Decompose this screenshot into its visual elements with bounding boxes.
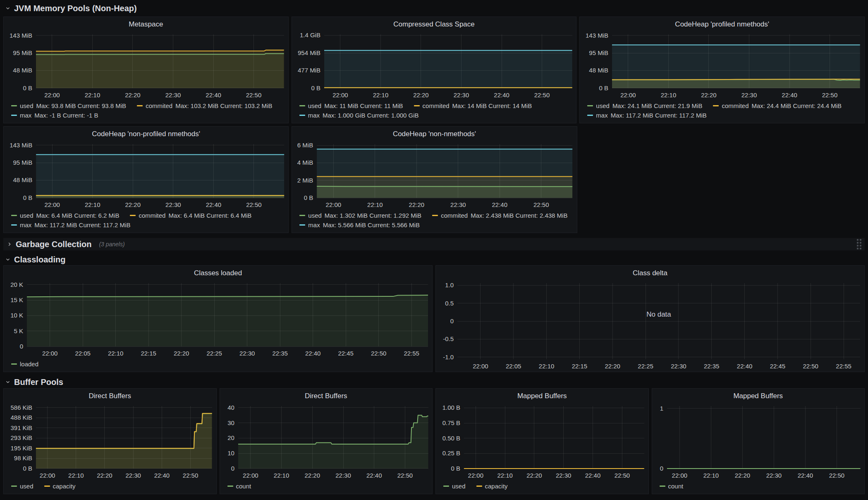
chart-metaspace[interactable]: 0 B48 MiB95 MiB143 MiB22:0022:1022:2022:… bbox=[4, 31, 288, 101]
svg-text:0.50 B: 0.50 B bbox=[442, 435, 460, 442]
panel-title[interactable]: CodeHeap 'profiled nmethods' bbox=[580, 17, 864, 31]
legend-series-stats: Max: 14 MiB Current: 14 MiB bbox=[452, 101, 532, 110]
panel-classes-loaded: Classes loaded 05 K10 K15 K20 K22:0022:0… bbox=[3, 265, 433, 372]
chart-classes-loaded[interactable]: 05 K10 K15 K20 K22:0022:0522:1022:1522:2… bbox=[4, 280, 432, 359]
legend-series-name: loaded bbox=[20, 360, 38, 368]
legend-item-loaded[interactable]: loaded bbox=[11, 360, 38, 368]
legend-item-used[interactable]: usedMax: 1.302 MiB Current: 1.292 MiB bbox=[299, 211, 421, 220]
svg-text:22:00: 22:00 bbox=[44, 91, 60, 99]
legend-series-name: count bbox=[236, 482, 251, 490]
legend-item-capacity[interactable]: capacity bbox=[476, 482, 508, 490]
panel-class-delta: Class delta -1.0-0.500.51.022:0022:0522:… bbox=[435, 265, 865, 372]
legend-series-swatch bbox=[443, 486, 449, 487]
svg-text:22:00: 22:00 bbox=[621, 91, 636, 99]
svg-text:22:35: 22:35 bbox=[272, 350, 288, 357]
chart-mapped-buffers-count[interactable]: 0122:0022:1022:2022:3022:4022:50 bbox=[652, 403, 865, 481]
legend-item-commited[interactable]: commitedMax: 6.4 MiB Current: 6.4 MiB bbox=[130, 211, 251, 220]
panel-row-buffer-pools: Direct Buffers 0 B98 KiB195 KiB293 KiB39… bbox=[3, 388, 865, 494]
legend-series-stats: Max: 1.302 MiB Current: 1.292 MiB bbox=[325, 211, 421, 220]
svg-text:22:25: 22:25 bbox=[638, 363, 653, 370]
panel-title[interactable]: Compressed Class Space bbox=[292, 17, 576, 31]
svg-text:22:50: 22:50 bbox=[803, 363, 818, 370]
panel-title[interactable]: Direct Buffers bbox=[220, 389, 433, 403]
panel-title[interactable]: CodeHeap 'non-profiled nmethods' bbox=[4, 127, 288, 141]
section-header-garbage-collection[interactable]: Garbage Collection (3 panels) bbox=[3, 238, 865, 250]
chart-class-delta[interactable]: -1.0-0.500.51.022:0022:0522:1022:1522:20… bbox=[436, 280, 864, 372]
svg-text:1.0: 1.0 bbox=[445, 281, 454, 288]
svg-text:2 MiB: 2 MiB bbox=[297, 177, 313, 184]
legend-series-stats: Max: -1 B Current: -1 B bbox=[34, 111, 98, 120]
chart-direct-buffers-bytes[interactable]: 0 B98 KiB195 KiB293 KiB391 KiB488 KiB586… bbox=[4, 403, 216, 481]
panel-title[interactable]: Class delta bbox=[436, 266, 864, 280]
section-title: Classloading bbox=[14, 255, 65, 264]
legend-item-used[interactable]: usedMax: 93.8 MiB Current: 93.8 MiB bbox=[11, 101, 126, 110]
legend-item-max[interactable]: maxMax: 5.566 MiB Current: 5.566 MiB bbox=[299, 221, 420, 229]
svg-text:0: 0 bbox=[20, 343, 23, 350]
legend: usedMax: 1.302 MiB Current: 1.292 MiBcom… bbox=[292, 210, 576, 233]
panel-row-jvm-1: Metaspace 0 B48 MiB95 MiB143 MiB22:0022:… bbox=[3, 17, 865, 123]
legend-item-max[interactable]: maxMax: 117.2 MiB Current: 117.2 MiB bbox=[11, 221, 130, 229]
section-header-jvm-memory-pools[interactable]: JVM Memory Pools (Non-Heap) bbox=[3, 0, 865, 17]
legend-item-capacity[interactable]: capacity bbox=[44, 482, 76, 490]
chart-mapped-buffers-bytes[interactable]: 0 B0.25 B0.50 B0.75 B1.00 B22:0022:1022:… bbox=[436, 403, 648, 481]
panel-row-jvm-2: CodeHeap 'non-profiled nmethods' 0 B48 M… bbox=[3, 126, 865, 233]
svg-text:0 B: 0 B bbox=[23, 194, 33, 201]
legend-series-name: used bbox=[596, 101, 610, 110]
svg-text:22:50: 22:50 bbox=[829, 472, 844, 479]
panel-title[interactable]: Mapped Buffers bbox=[652, 389, 865, 403]
svg-text:22:05: 22:05 bbox=[75, 350, 91, 357]
legend-series-swatch bbox=[299, 115, 305, 116]
panel-title[interactable]: CodeHeap 'non-nmethods' bbox=[292, 127, 576, 141]
svg-text:22:20: 22:20 bbox=[125, 201, 141, 208]
legend: usedMax: 93.8 MiB Current: 93.8 MiBcommi… bbox=[4, 101, 288, 123]
legend-series-name: count bbox=[668, 482, 684, 490]
svg-text:22:50: 22:50 bbox=[246, 91, 262, 99]
legend-item-used[interactable]: used bbox=[11, 482, 33, 490]
legend-item-commited[interactable]: commitedMax: 103.2 MiB Current: 103.2 Mi… bbox=[137, 101, 272, 110]
legend-series-name: commited bbox=[441, 211, 468, 220]
svg-text:1: 1 bbox=[660, 405, 663, 412]
legend-series-swatch bbox=[11, 486, 17, 487]
chart-codeheap-non-nmethods[interactable]: 0 B2 MiB4 MiB6 MiB22:0022:1022:2022:3022… bbox=[292, 141, 576, 210]
chart-direct-buffers-count[interactable]: 01020304022:0022:1022:2022:3022:4022:50 bbox=[220, 403, 433, 481]
legend-series-name: commited bbox=[146, 101, 172, 110]
panel-title[interactable]: Classes loaded bbox=[4, 266, 432, 280]
chart-codeheap-profiled[interactable]: 0 B48 MiB95 MiB143 MiB22:0022:1022:2022:… bbox=[580, 31, 864, 101]
svg-text:22:50: 22:50 bbox=[534, 91, 550, 99]
svg-text:22:20: 22:20 bbox=[701, 91, 717, 99]
panel-title[interactable]: Mapped Buffers bbox=[436, 389, 648, 403]
svg-text:22:50: 22:50 bbox=[183, 472, 198, 479]
legend-item-commited[interactable]: commitedMax: 2.438 MiB Current: 2.438 Mi… bbox=[432, 211, 567, 220]
svg-text:22:50: 22:50 bbox=[397, 472, 412, 479]
svg-text:22:30: 22:30 bbox=[239, 350, 255, 357]
legend-item-commited[interactable]: commitedMax: 14 MiB Current: 14 MiB bbox=[414, 101, 532, 110]
legend-item-commited[interactable]: commitedMax: 24.4 MiB Current: 24.4 MiB bbox=[713, 101, 842, 110]
legend-item-max[interactable]: maxMax: 1.000 GiB Current: 1.000 GiB bbox=[299, 111, 419, 120]
svg-text:22:10: 22:10 bbox=[661, 91, 677, 99]
chevron-right-icon bbox=[7, 241, 12, 247]
section-header-classloading[interactable]: Classloading bbox=[3, 254, 865, 265]
legend-series-swatch bbox=[11, 224, 17, 226]
legend-item-max[interactable]: maxMax: 117.2 MiB Current: 117.2 MiB bbox=[587, 111, 706, 120]
legend-item-used[interactable]: usedMax: 11 MiB Current: 11 MiB bbox=[299, 101, 403, 110]
svg-text:0 B: 0 B bbox=[23, 84, 32, 91]
section-header-buffer-pools[interactable]: Buffer Pools bbox=[3, 376, 865, 388]
chart-codeheap-non-profiled[interactable]: 0 B48 MiB95 MiB143 MiB22:0022:1022:2022:… bbox=[4, 141, 288, 210]
row-drag-handle-icon[interactable] bbox=[857, 239, 861, 250]
legend-item-used[interactable]: usedMax: 24.1 MiB Current: 21.9 MiB bbox=[587, 101, 702, 110]
panel-compressed-class-space: Compressed Class Space 0 B477 MiB954 MiB… bbox=[292, 17, 577, 123]
legend-item-count[interactable]: count bbox=[227, 482, 251, 490]
legend-item-count[interactable]: count bbox=[660, 482, 684, 490]
panel-title[interactable]: Metaspace bbox=[4, 17, 288, 31]
legend-series-swatch bbox=[587, 105, 593, 106]
chart-compressed-class-space[interactable]: 0 B477 MiB954 MiB1.4 GiB22:0022:1022:202… bbox=[292, 31, 576, 101]
legend-series-swatch bbox=[299, 215, 305, 216]
legend-item-max[interactable]: maxMax: -1 B Current: -1 B bbox=[11, 111, 98, 120]
legend-series-name: used bbox=[20, 211, 33, 220]
legend-series-stats: Max: 6.4 MiB Current: 6.4 MiB bbox=[168, 211, 251, 220]
svg-text:48 MiB: 48 MiB bbox=[13, 67, 32, 74]
legend-item-used[interactable]: usedMax: 6.4 MiB Current: 6.2 MiB bbox=[11, 211, 119, 220]
legend-series-stats: Max: 6.4 MiB Current: 6.2 MiB bbox=[36, 211, 120, 220]
legend-item-used[interactable]: used bbox=[443, 482, 466, 490]
panel-title[interactable]: Direct Buffers bbox=[4, 389, 216, 403]
